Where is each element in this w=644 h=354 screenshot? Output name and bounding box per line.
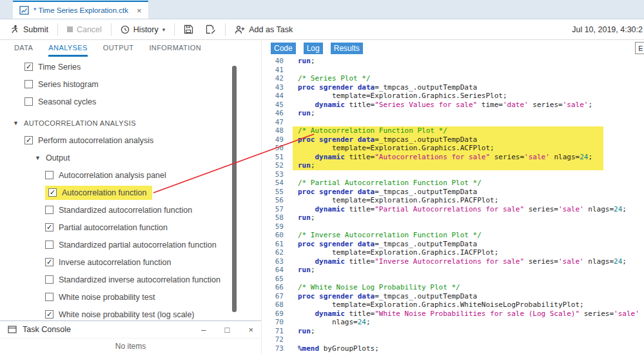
code-line-text: dynamic title="Inverse Autocorrelations … — [293, 257, 627, 266]
add-as-task-button[interactable]: Add as Task — [231, 23, 296, 36]
tree-item-autocorrelation-analysis[interactable]: ▼AUTOCORRELATION ANALYSIS — [0, 114, 261, 132]
unchecked-checkbox[interactable] — [45, 275, 54, 284]
tab-data[interactable]: DATA — [14, 40, 33, 57]
code-line-47: 47 — [262, 118, 644, 127]
maximize-icon[interactable]: □ — [225, 326, 230, 334]
code-lines: 40run;4142/* Series Plot */43proc sgrend… — [262, 57, 644, 353]
collapse-triangle-icon[interactable]: ▼ — [35, 155, 41, 161]
minimize-icon[interactable]: – — [201, 326, 206, 334]
tab-analyses[interactable]: ANALYSES — [48, 40, 87, 57]
tree-item-inverse-autocorrelation-function[interactable]: ✓Inverse autocorrelation function — [0, 253, 261, 271]
tree-item-label: Autocorrelation analysis panel — [59, 171, 166, 180]
editor-tab-strip: E CodeLogResults — [262, 40, 644, 57]
group-label: Output — [46, 153, 70, 162]
save-button[interactable] — [181, 23, 197, 36]
line-number: 42 — [262, 74, 290, 83]
line-number: 58 — [262, 213, 290, 222]
tree-item-autocorrelation-analysis-panel[interactable]: Autocorrelation analysis panel — [0, 166, 261, 184]
line-number: 65 — [262, 275, 290, 284]
tree-item-label: Partial autocorrelation function — [59, 223, 168, 232]
code-line-40: 40run; — [262, 57, 644, 66]
submit-label: Submit — [23, 25, 48, 34]
document-tab[interactable]: * Time Series Exploration.ctk × — [13, 1, 148, 19]
code-line-43: 43proc sgrender data=_tmpcas_.outputTemp… — [262, 83, 644, 92]
unchecked-checkbox[interactable] — [45, 206, 54, 214]
checked-checkbox[interactable]: ✓ — [24, 136, 33, 144]
line-number: 63 — [262, 257, 290, 266]
save-as-icon — [206, 25, 216, 34]
code-line-61: 61proc sgrender data=_tmpcas_.outputTemp… — [262, 240, 644, 249]
unchecked-checkbox[interactable] — [45, 241, 54, 249]
tree-item-time-series[interactable]: ✓Time Series — [0, 58, 261, 75]
tab-output[interactable]: OUTPUT — [103, 40, 134, 57]
code-line-text: run; — [293, 57, 315, 66]
checked-checkbox[interactable]: ✓ — [45, 258, 54, 266]
close-icon[interactable]: × — [248, 326, 253, 334]
line-number: 43 — [262, 83, 290, 92]
collapse-triangle-icon[interactable]: ▼ — [13, 120, 19, 126]
tree-item-perform-autocorrelation-analysis[interactable]: ✓Perform autocorrelation analysis — [0, 132, 261, 149]
cancel-button[interactable]: Cancel — [64, 23, 105, 36]
settings-panel: DATAANALYSESOUTPUTINFORMATION · · · · ✓T… — [0, 40, 261, 354]
task-console-header[interactable]: Task Console – □ × — [0, 321, 261, 339]
tree-item-label: Autocorrelation function — [62, 188, 146, 197]
line-number: 41 — [262, 66, 290, 75]
editor-tab-results[interactable]: Results — [331, 43, 363, 54]
checked-checkbox[interactable]: ✓ — [45, 223, 54, 231]
stop-icon — [67, 26, 73, 32]
editor-tab-code[interactable]: Code — [271, 43, 296, 54]
code-line-text — [293, 335, 298, 344]
code-line-52: 52run; — [262, 161, 644, 170]
code-line-66: 66/* White Noise Log Probability Plot */ — [262, 283, 644, 292]
tree-item-autocorrelation-function[interactable]: ✓Autocorrelation function — [0, 184, 261, 201]
tree-item-white-noise-probability-test[interactable]: White noise probability test — [0, 288, 261, 306]
chevron-down-icon: ▾ — [162, 26, 166, 33]
code-line-72: 72 — [262, 335, 644, 344]
code-line-42: 42/* Series Plot */ — [262, 74, 644, 83]
line-number: 66 — [262, 283, 290, 292]
unchecked-checkbox[interactable] — [45, 293, 54, 301]
tree-item-seasonal-cycles[interactable]: Seasonal cycles — [0, 93, 261, 110]
tree-item-content: Standardized partial autocorrelation fun… — [45, 241, 217, 250]
tree-item-standardized-autocorrelation-function[interactable]: Standardized autocorrelation function — [0, 201, 261, 219]
checked-checkbox[interactable]: ✓ — [45, 310, 54, 319]
unchecked-checkbox[interactable] — [24, 97, 33, 106]
code-line-54: 54/* Partial Autocorrelation Function Pl… — [262, 179, 644, 188]
tree-item-series-histogram[interactable]: Series histogram — [0, 75, 261, 93]
code-line-69: 69 dynamic title="White Noise Probabilit… — [262, 310, 644, 319]
close-tab-icon[interactable]: × — [137, 6, 142, 15]
unchecked-checkbox[interactable] — [45, 171, 54, 179]
line-number: 70 — [262, 318, 290, 327]
task-console-title: Task Console — [23, 325, 71, 334]
code-line-text: run; — [293, 266, 315, 275]
code-line-65: 65 — [262, 275, 644, 284]
tab-information[interactable]: INFORMATION — [149, 40, 201, 57]
tree-scrollbar-thumb[interactable] — [232, 66, 237, 312]
line-number: 55 — [262, 188, 290, 197]
code-line-text: /* Partial Autocorrelation Function Plot… — [293, 179, 482, 188]
save-as-button[interactable] — [202, 23, 219, 36]
submit-button[interactable]: Submit — [6, 23, 52, 36]
code-line-text: proc sgrender data=_tmpcas_.outputTempDa… — [293, 135, 603, 144]
code-line-text: dynamic title="Partial Autocorrelations … — [293, 205, 627, 214]
code-editor[interactable]: 40run;4142/* Series Plot */43proc sgrend… — [262, 57, 644, 354]
tree-item-standardized-partial-autocorrelation-function[interactable]: Standardized partial autocorrelation fun… — [0, 236, 261, 253]
tree-item-output[interactable]: ▼Output — [0, 149, 261, 166]
tree-item-content: ✓Time Series — [24, 63, 81, 72]
edit-button[interactable]: E — [635, 42, 644, 54]
tree-item-label: Series histogram — [38, 80, 99, 89]
code-line-text — [293, 222, 298, 231]
line-number: 44 — [262, 92, 290, 101]
tree-item-standardized-inverse-autocorrelation-function[interactable]: Standardized inverse autocorrelation fun… — [0, 271, 261, 288]
tree-item-content: ✓Autocorrelation function — [45, 186, 152, 200]
code-line-45: 45 dynamic title="Series Values for sale… — [262, 101, 644, 110]
history-dropdown-button[interactable]: History ▾ — [117, 23, 168, 36]
line-number: 53 — [262, 170, 290, 179]
unchecked-checkbox[interactable] — [24, 80, 33, 88]
checked-checkbox[interactable]: ✓ — [48, 188, 57, 197]
editor-tab-log[interactable]: Log — [304, 43, 323, 54]
code-line-64: 64run; — [262, 266, 644, 275]
panel-resize-handle[interactable]: · · · · — [113, 315, 132, 320]
checked-checkbox[interactable]: ✓ — [24, 63, 33, 71]
tree-item-partial-autocorrelation-function[interactable]: ✓Partial autocorrelation function — [0, 219, 261, 236]
